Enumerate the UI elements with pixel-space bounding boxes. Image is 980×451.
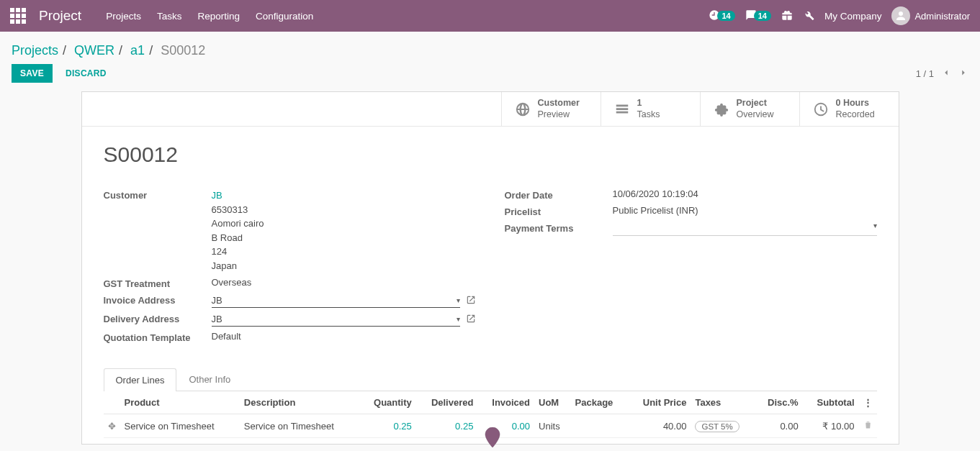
form-sheet: CustomerPreview 1Tasks ProjectOverview 0… [81,91,899,445]
user-name: Administrator [914,11,970,22]
invoice-addr-label: Invoice Address [104,293,212,308]
th-disc: Disc.% [755,391,802,414]
app-brand[interactable]: Project [39,8,81,24]
discard-button[interactable]: DISCARD [57,64,115,83]
invoice-addr-field[interactable]: JB▾ [212,293,460,308]
chevron-down-icon: ▾ [457,315,460,323]
th-invoiced: Invoiced [477,391,534,414]
stat-label: Project [737,98,774,109]
nav-tasks[interactable]: Tasks [157,11,182,22]
pager-text: 1 / 1 [916,68,934,79]
addr-line: 6530313 [212,203,476,217]
delivery-addr-value: JB [212,314,222,324]
gift-icon[interactable] [781,9,793,23]
breadcrumb-a1[interactable]: a1 [130,43,145,58]
stat-tasks[interactable]: 1Tasks [601,92,700,126]
map-pin-icon [484,427,501,447]
wrench-icon[interactable] [803,9,814,23]
th-delivered: Delivered [416,391,478,414]
cell-uom[interactable]: Units [534,414,571,438]
th-uom: UoM [534,391,571,414]
save-button[interactable]: SAVE [12,64,53,83]
tasks-icon [614,101,630,117]
th-taxes: Taxes [691,391,755,414]
cell-product[interactable]: Service on Timesheet [120,414,240,438]
breadcrumb: Projects/ QWER/ a1/ S00012 [12,43,968,58]
cell-taxes[interactable]: GST 5% [691,414,755,438]
clock-icon [813,101,829,117]
chevron-down-icon: ▾ [873,222,877,235]
qtmpl-value: Default [212,331,476,343]
activity-indicator[interactable]: 14 [709,9,734,23]
tab-other-info[interactable]: Other Info [176,368,243,391]
pager-prev-icon[interactable] [941,68,951,80]
discuss-badge: 14 [754,11,771,21]
th-description: Description [240,391,359,414]
stat-label: Customer [538,98,580,109]
cell-price[interactable]: 40.00 [627,414,691,438]
stat-project-overview[interactable]: ProjectOverview [700,92,799,126]
cell-description[interactable]: Service on Timesheet [240,414,359,438]
stat-sublabel: Tasks [637,109,660,121]
th-subtotal: Subtotal [803,391,859,414]
cell-disc[interactable]: 0.00 [755,414,802,438]
cell-subtotal: ₹ 10.00 [803,414,859,438]
globe-icon [515,101,531,117]
pricelist-value: Public Pricelist (INR) [613,205,877,217]
nav-configuration[interactable]: Configuration [256,11,313,22]
cell-quantity[interactable]: 0.25 [359,414,416,438]
external-link-icon[interactable] [466,295,476,307]
record-title: S00012 [104,142,877,167]
tabs: Order Lines Other Info [104,368,877,391]
delete-row-icon[interactable] [859,414,877,438]
drag-handle-icon[interactable]: ✥ [104,414,120,438]
customer-link[interactable]: JB [212,188,476,203]
top-navbar: Project Projects Tasks Reporting Configu… [0,0,980,32]
user-menu[interactable]: Administrator [891,6,970,25]
th-package: Package [571,391,628,414]
nav-reporting[interactable]: Reporting [197,11,240,22]
stat-hours-recorded[interactable]: 0 HoursRecorded [799,92,899,126]
pager-next-icon[interactable] [958,68,968,80]
customer-label: Customer [104,188,212,273]
order-date-label: Order Date [505,188,613,201]
order-date-value: 10/06/2020 10:19:04 [613,188,877,201]
stat-sublabel: Preview [538,109,580,121]
invoice-addr-value: JB [212,295,222,306]
th-menu[interactable]: ⋮ [859,391,877,414]
customer-value: JB 6530313 Aomori cairo B Road 124 Japan [212,188,476,273]
breadcrumb-qwer[interactable]: QWER [74,43,114,58]
payment-terms-label: Payment Terms [505,222,613,236]
cell-package[interactable] [571,414,628,438]
th-product: Product [120,391,240,414]
th-price: Unit Price [627,391,691,414]
pricelist-label: Pricelist [505,205,613,217]
discuss-indicator[interactable]: 14 [745,9,771,23]
external-link-icon[interactable] [466,314,476,326]
breadcrumb-current: S00012 [161,43,205,58]
breadcrumb-projects[interactable]: Projects [12,43,58,58]
qtmpl-label: Quotation Template [104,331,212,343]
left-column: Customer JB 6530313 Aomori cairo B Road … [104,188,476,347]
chevron-down-icon: ▾ [457,296,460,304]
stat-label: 0 Hours [836,98,875,109]
stat-customer-preview[interactable]: CustomerPreview [501,92,601,126]
tab-order-lines[interactable]: Order Lines [104,368,177,391]
stat-sublabel: Overview [737,109,774,121]
control-bar: Projects/ QWER/ a1/ S00012 SAVE DISCARD … [0,32,980,86]
stat-sublabel: Recorded [836,109,875,121]
stat-label: 1 [637,98,660,109]
gst-label: GST Treatment [104,277,212,289]
avatar-icon [891,6,910,25]
company-name[interactable]: My Company [824,11,882,22]
right-column: Order Date 10/06/2020 10:19:04 Pricelist… [505,188,877,347]
cell-delivered[interactable]: 0.25 [416,414,478,438]
apps-icon[interactable] [10,8,26,24]
th-quantity: Quantity [359,391,416,414]
stat-buttons: CustomerPreview 1Tasks ProjectOverview 0… [82,92,899,127]
content-scroll[interactable]: CustomerPreview 1Tasks ProjectOverview 0… [0,86,980,446]
payment-terms-field[interactable]: ▾ [613,222,877,236]
delivery-addr-field[interactable]: JB▾ [212,312,460,327]
pager: 1 / 1 [916,68,968,80]
nav-projects[interactable]: Projects [106,11,141,22]
